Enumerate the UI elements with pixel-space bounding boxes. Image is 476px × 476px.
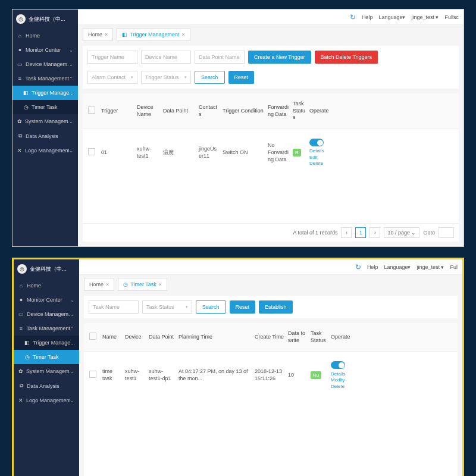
gear-icon: ✿ (18, 368, 23, 374)
user-dropdown[interactable]: jinge_test ▾ (411, 14, 439, 20)
sidebar-item-home[interactable]: ⌂Home (12, 29, 78, 43)
pin-icon: ● (17, 47, 23, 53)
user-label: jinge_test (411, 14, 434, 20)
sidebar: ◎ 金健科技（中... ⌂Home ●Monitor Center⌄ ▭Devi… (14, 259, 79, 476)
goto-input[interactable] (439, 227, 454, 238)
enable-toggle[interactable] (331, 361, 345, 369)
row-checkbox[interactable] (88, 148, 95, 155)
clock-icon: ◷ (23, 104, 29, 110)
help-link[interactable]: Help (362, 14, 373, 20)
task-status-select[interactable]: Task Status▾ (142, 300, 192, 314)
sync-icon[interactable]: ↻ (350, 13, 356, 21)
sidebar-item-data[interactable]: ⧉Data Analysis (14, 378, 79, 393)
tab-home[interactable]: Home× (83, 28, 113, 41)
close-icon[interactable]: × (159, 281, 162, 287)
user-dropdown[interactable]: jinge_test ▾ (416, 264, 444, 270)
chevron-down-icon: ⌄ (69, 48, 73, 53)
chart-icon: ⧉ (17, 133, 23, 139)
close-icon[interactable]: × (105, 32, 108, 37)
sidebar-item-label: Trigger Manage... (33, 340, 74, 346)
reset-button[interactable]: Reset (230, 300, 256, 314)
tab-trigger-management[interactable]: ◧Trigger Management× (117, 28, 190, 41)
select-all-checkbox[interactable] (89, 333, 96, 340)
details-link[interactable]: Details (331, 371, 345, 377)
col-planning: Planning Time (177, 333, 253, 342)
search-button[interactable]: Search (196, 300, 226, 314)
placeholder-text: Task Name (93, 304, 120, 310)
sidebar-item-device[interactable]: ▭Device Managem...⌄ (12, 57, 78, 71)
tab-label: Home (88, 32, 102, 37)
help-link[interactable]: Help (367, 264, 378, 270)
sidebar-item-trigger[interactable]: ◧Trigger Manage... (12, 86, 78, 100)
sidebar-item-system[interactable]: ✿System Managem...⌄ (14, 364, 79, 378)
delete-link[interactable]: Delete (331, 384, 345, 389)
logo-icon: ✕ (17, 148, 22, 154)
alarm-contact-select[interactable]: Alarm Contact▾ (87, 71, 137, 84)
fullscreen-link[interactable]: Ful (450, 264, 458, 270)
chevron-down-icon: ⌄ (70, 398, 74, 403)
sync-icon[interactable]: ↻ (355, 263, 361, 271)
create-trigger-button[interactable]: Create a New Trigger (248, 51, 311, 64)
fullscreen-link[interactable]: Fullsc (444, 14, 459, 20)
sidebar-item-data[interactable]: ⧉Data Analysis (12, 129, 78, 143)
tab-home[interactable]: Home× (84, 278, 114, 291)
details-link[interactable]: Details (309, 148, 324, 154)
sidebar-item-label: Data Analysis (27, 383, 60, 389)
data-point-name-input[interactable]: Data Point Name (195, 51, 245, 64)
sidebar-item-trigger[interactable]: ◧Trigger Manage... (14, 336, 79, 350)
brand-logo-icon: ◎ (16, 14, 26, 24)
cell-datapoint: 温度 (161, 148, 197, 158)
status-badge: R (293, 149, 301, 156)
close-icon[interactable]: × (182, 32, 185, 37)
sidebar-item-home[interactable]: ⌂Home (14, 278, 79, 293)
close-icon[interactable]: × (106, 281, 109, 287)
search-button[interactable]: Search (195, 71, 225, 84)
trigger-status-select[interactable]: Trigger Status▾ (141, 71, 191, 84)
sidebar-item-task[interactable]: ≡Task Management⌃ (14, 321, 79, 336)
batch-delete-button[interactable]: Batch Delete Triggers (315, 51, 378, 64)
device-name-input[interactable]: Device Name (141, 51, 191, 64)
sidebar-item-label: Timer Task (33, 354, 59, 360)
sidebar-item-device[interactable]: ▭Device Managem...⌄ (14, 307, 79, 321)
chevron-down-icon: ⌄ (69, 119, 73, 124)
sidebar-item-label: Monitor Center (26, 47, 61, 53)
establish-button[interactable]: Establish (259, 300, 293, 314)
sidebar-item-timer[interactable]: ◷Timer Task (12, 100, 78, 114)
trigger-name-input[interactable]: Trigger Name (87, 51, 137, 64)
task-name-input[interactable]: Task Name (89, 300, 139, 314)
sidebar-item-system[interactable]: ✿System Managem...⌄ (12, 114, 78, 129)
trigger-table: Trigger Device Name Data Point Contacts … (83, 93, 459, 242)
chevron-down-icon: ⌄ (69, 62, 73, 67)
sidebar-item-timer[interactable]: ◷Timer Task (14, 350, 79, 364)
edit-link[interactable]: Edit (309, 155, 318, 160)
sidebar-item-monitor[interactable]: ●Monitor Center⌄ (14, 293, 79, 307)
sidebar-item-monitor[interactable]: ●Monitor Center⌄ (12, 43, 78, 57)
select-all-checkbox[interactable] (88, 107, 95, 114)
sidebar-item-label: System Managem... (26, 368, 70, 374)
tab-label: Timer Task (130, 281, 156, 287)
placeholder-text: Alarm Contact (92, 74, 126, 80)
chevron-down-icon: ⌄ (70, 298, 74, 303)
chevron-down-icon: ▾ (131, 75, 133, 80)
sidebar-item-logo[interactable]: ✕Logo Management⌄ (12, 143, 78, 158)
pager-page[interactable]: 1 (355, 227, 366, 238)
list-icon: ≡ (18, 325, 23, 331)
cell-name: time task (101, 367, 123, 383)
sidebar-item-logo[interactable]: ✕Logo Management⌄ (14, 393, 79, 408)
sidebar-item-label: Home (27, 283, 41, 289)
pager-next[interactable]: › (369, 227, 380, 238)
language-dropdown[interactable]: Language▾ (384, 264, 411, 270)
pager-prev[interactable]: ‹ (341, 227, 352, 238)
enable-toggle[interactable] (309, 139, 324, 146)
language-dropdown[interactable]: Language▾ (378, 14, 405, 20)
delete-link[interactable]: Delete (309, 161, 323, 166)
list-icon: ≡ (17, 76, 22, 82)
row-checkbox[interactable] (89, 371, 96, 378)
modify-link[interactable]: Modify (331, 377, 345, 383)
tab-timer-task[interactable]: ◷Timer Task× (118, 278, 167, 291)
sidebar-item-task[interactable]: ≡Task Management⌃ (12, 71, 78, 86)
pager: A total of 1 records ‹ 1 › 10 / page ⌄ G… (83, 223, 459, 242)
cell-planning: At 04:17:27 PM, on day 13 of the mon... (177, 367, 253, 383)
reset-button[interactable]: Reset (228, 71, 255, 84)
pager-perpage[interactable]: 10 / page ⌄ (384, 227, 419, 238)
